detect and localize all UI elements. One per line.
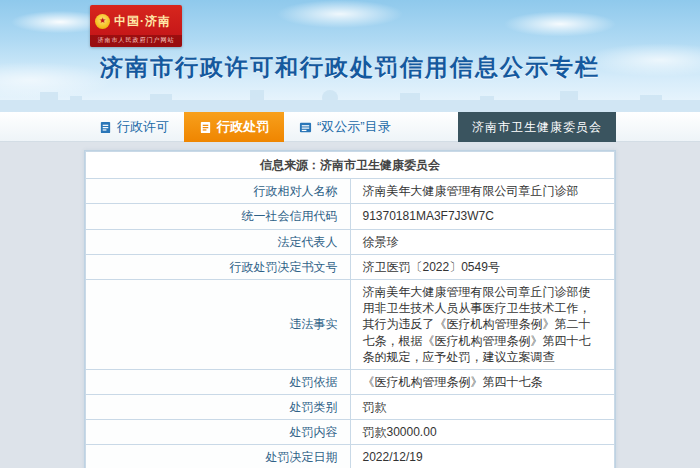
table-row: 处罚类别 罚款 xyxy=(86,395,615,420)
site-header: ★ 中国·济南 济南市人民政府门户网站 济南市行政许可和行政处罚信用信息公示专栏 xyxy=(0,0,700,112)
table-row: 信息来源：济南市卫生健康委员会 xyxy=(86,152,615,179)
field-label: 法定代表人 xyxy=(86,229,351,254)
field-value: 《医疗机构管理条例》第四十七条 xyxy=(350,369,615,394)
field-label: 违法事实 xyxy=(86,279,351,369)
info-panel: 信息来源：济南市卫生健康委员会 行政相对人名称 济南美年大健康管理有限公司章丘门… xyxy=(84,150,616,468)
logo-subtitle: 济南市人民政府门户网站 xyxy=(90,35,182,47)
table-row: 处罚依据 《医疗机构管理条例》第四十七条 xyxy=(86,369,615,394)
field-value: 徐景珍 xyxy=(350,229,615,254)
field-value: 罚款 xyxy=(350,395,615,420)
field-label: 处罚类别 xyxy=(86,395,351,420)
field-label: 处罚内容 xyxy=(86,420,351,445)
table-row: 行政相对人名称 济南美年大健康管理有限公司章丘门诊部 xyxy=(86,179,615,204)
page-title: 济南市行政许可和行政处罚信用信息公示专栏 xyxy=(0,52,700,83)
field-value: 济南美年大健康管理有限公司章丘门诊部 xyxy=(350,179,615,204)
table-row: 处罚决定日期 2022/12/19 xyxy=(86,445,615,468)
tab-double-disclosure-catalog[interactable]: “双公示”目录 xyxy=(284,112,406,142)
city-skyline-decoration xyxy=(0,86,700,112)
table-row: 行政处罚决定书文号 济卫医罚〔2022〕0549号 xyxy=(86,254,615,279)
table-row: 违法事实 济南美年大健康管理有限公司章丘门诊部使用非卫生技术人员从事医疗卫生技术… xyxy=(86,279,615,369)
national-emblem-icon: ★ xyxy=(95,14,110,29)
penalty-info-table: 信息来源：济南市卫生健康委员会 行政相对人名称 济南美年大健康管理有限公司章丘门… xyxy=(85,151,615,468)
table-row: 统一社会信用代码 91370181MA3F7J3W7C xyxy=(86,204,615,229)
field-label: 行政相对人名称 xyxy=(86,179,351,204)
gov-portal-logo[interactable]: ★ 中国·济南 济南市人民政府门户网站 xyxy=(90,5,182,47)
field-value: 2022/12/19 xyxy=(350,445,615,468)
tab-label: 行政处罚 xyxy=(217,118,269,136)
catalog-list-icon xyxy=(299,121,312,134)
field-label: 处罚决定日期 xyxy=(86,445,351,468)
field-value: 济南美年大健康管理有限公司章丘门诊部使用非卫生技术人员从事医疗卫生技术工作，其行… xyxy=(350,279,615,369)
tab-administrative-license[interactable]: 行政许可 xyxy=(84,112,184,142)
license-doc-icon xyxy=(99,121,112,134)
field-label: 处罚依据 xyxy=(86,369,351,394)
tab-administrative-penalty[interactable]: 行政处罚 xyxy=(184,112,284,142)
logo-title: 中国·济南 xyxy=(114,13,171,30)
tab-label: “双公示”目录 xyxy=(317,118,391,136)
field-value: 济卫医罚〔2022〕0549号 xyxy=(350,254,615,279)
field-label: 统一社会信用代码 xyxy=(86,204,351,229)
table-row: 处罚内容 罚款30000.00 xyxy=(86,420,615,445)
main-nav: 行政许可 行政处罚 “双公示 xyxy=(0,112,700,142)
field-value: 91370181MA3F7J3W7C xyxy=(350,204,615,229)
penalty-doc-icon xyxy=(199,121,212,134)
table-row: 法定代表人 徐景珍 xyxy=(86,229,615,254)
department-select[interactable]: 济南市卫生健康委员会 xyxy=(458,112,616,142)
info-source: 信息来源：济南市卫生健康委员会 xyxy=(86,152,615,179)
field-label: 行政处罚决定书文号 xyxy=(86,254,351,279)
field-value: 罚款30000.00 xyxy=(350,420,615,445)
tab-label: 行政许可 xyxy=(117,118,169,136)
